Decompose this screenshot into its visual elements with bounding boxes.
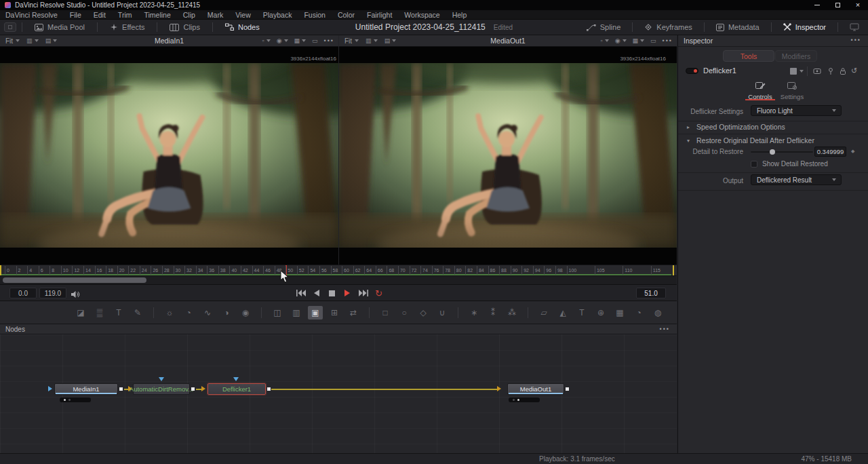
deflicker-settings-dropdown[interactable]: Fluoro Light bbox=[751, 105, 842, 116]
media-in-output-socket[interactable] bbox=[119, 387, 123, 391]
tab-modifiers[interactable]: Modifiers bbox=[775, 50, 817, 62]
timeline-scrollbar[interactable] bbox=[0, 275, 677, 284]
menu-item-mark[interactable]: Mark bbox=[201, 11, 229, 19]
left-viewer-ab-dropdown[interactable]: ▤ bbox=[45, 37, 58, 44]
range-end-marker[interactable] bbox=[673, 265, 674, 276]
deflicker-output-socket[interactable] bbox=[267, 387, 271, 391]
color-curves-tool-icon[interactable]: ∿ bbox=[200, 306, 215, 320]
paint-tool-icon[interactable]: ✎ bbox=[130, 306, 145, 320]
menu-item-fairlight[interactable]: Fairlight bbox=[361, 11, 398, 19]
spline-button[interactable]: Spline bbox=[580, 20, 627, 35]
connection-deflicker-mediaout[interactable] bbox=[271, 389, 498, 390]
left-viewer-roi-button[interactable]: ▭ bbox=[312, 37, 318, 44]
go-to-last-frame-button[interactable] bbox=[357, 287, 370, 299]
right-viewer-roi-button[interactable]: ▭ bbox=[650, 37, 656, 44]
collapsed-arrow-icon[interactable]: ▸ bbox=[687, 124, 690, 130]
hue-curves-tool-icon[interactable]: ◉ bbox=[238, 306, 253, 320]
minimize-button[interactable] bbox=[807, 0, 827, 10]
blur-tool-icon[interactable]: ☼ bbox=[162, 306, 177, 320]
menu-item-help[interactable]: Help bbox=[446, 11, 473, 19]
left-viewer-lut-dropdown[interactable]: ◉ bbox=[277, 37, 288, 44]
menu-item-playback[interactable]: Playback bbox=[257, 11, 298, 19]
menu-item-edit[interactable]: Edit bbox=[87, 11, 112, 19]
background-tool-icon[interactable]: ◪ bbox=[73, 306, 88, 320]
go-to-first-frame-button[interactable] bbox=[294, 287, 307, 299]
right-viewport[interactable]: 3936x2144xfloat16 bbox=[339, 47, 677, 265]
right-view-dot[interactable] bbox=[517, 399, 519, 401]
left-viewer-zoom-dropdown[interactable]: Fit bbox=[5, 37, 20, 45]
node-deflicker[interactable]: Deflicker1 bbox=[208, 383, 266, 395]
expanded-arrow-icon[interactable]: ▾ bbox=[687, 138, 690, 144]
version-swatch[interactable] bbox=[790, 68, 797, 75]
ui-layout-toggle-button[interactable] bbox=[4, 22, 16, 32]
tab-tools[interactable]: Tools bbox=[723, 50, 774, 62]
left-view-dot[interactable] bbox=[64, 399, 66, 401]
play-button[interactable] bbox=[341, 287, 354, 299]
left-view-dot[interactable] bbox=[513, 399, 515, 401]
text-3d-tool-icon[interactable]: T bbox=[574, 306, 589, 320]
menu-item-fusion[interactable]: Fusion bbox=[298, 11, 332, 19]
dirt-removal-mask-input-triangle[interactable] bbox=[159, 377, 164, 381]
detail-to-restore-handle[interactable] bbox=[770, 149, 775, 155]
project-title[interactable]: Untitled Project 2023-04-25_112415 bbox=[355, 22, 486, 32]
matte-control-tool-icon[interactable]: ▣ bbox=[308, 306, 323, 320]
audio-mute-button[interactable] bbox=[71, 289, 80, 301]
right-viewer-zoom-dropdown[interactable]: Fit bbox=[344, 37, 359, 45]
detail-to-restore-value[interactable]: 0.349999 bbox=[814, 147, 846, 157]
color-corrector-tool-icon[interactable]: ◔ bbox=[181, 306, 196, 320]
node-media-out[interactable]: MediaOut1 bbox=[507, 383, 564, 395]
pin-icon[interactable] bbox=[827, 67, 835, 77]
menu-item-trim[interactable]: Trim bbox=[112, 11, 138, 19]
right-viewer-grid-dropdown[interactable]: ▦ bbox=[633, 37, 645, 44]
particle-merge-tool-icon[interactable]: ⁑ bbox=[486, 306, 500, 320]
effects-button[interactable]: Effects bbox=[103, 20, 151, 35]
speed-optimization-section[interactable]: Speed Optimization Options bbox=[696, 123, 785, 131]
nodes-panel-options-menu[interactable]: ••• bbox=[660, 326, 670, 332]
menu-item-davinci-resolve[interactable]: DaVinci Resolve bbox=[5, 11, 64, 19]
keyframes-button[interactable]: Keyframes bbox=[638, 20, 698, 35]
spotlight-3d-tool-icon[interactable]: ◔ bbox=[631, 306, 646, 320]
keyframe-diamond-icon[interactable]: ◆ bbox=[851, 149, 854, 154]
merge-3d-tool-icon[interactable]: ⊕ bbox=[593, 306, 608, 320]
menu-item-view[interactable]: View bbox=[229, 11, 257, 19]
play-reverse-button[interactable] bbox=[310, 287, 323, 299]
node-media-in[interactable]: MediaIn1 bbox=[54, 383, 118, 395]
output-dropdown[interactable]: Deflickered Result bbox=[751, 174, 842, 185]
reset-icon[interactable]: ↺ bbox=[851, 67, 857, 75]
image-plane-3d-tool-icon[interactable]: ▱ bbox=[536, 306, 551, 320]
subtab-controls[interactable]: Controls bbox=[745, 81, 776, 100]
right-view-dot[interactable] bbox=[68, 399, 71, 401]
transform-tool-icon[interactable]: ⇄ bbox=[346, 306, 361, 320]
ellipse-mask-tool-icon[interactable]: ○ bbox=[397, 306, 412, 320]
node-automatic-dirt-removal[interactable]: AutomaticDirtRemov... bbox=[133, 383, 190, 395]
right-viewer-ab-dropdown[interactable]: ▤ bbox=[384, 37, 397, 44]
media-out-view-indicators[interactable] bbox=[509, 398, 540, 402]
channel-booleans-tool-icon[interactable]: ◫ bbox=[270, 306, 285, 320]
left-viewer-options-menu[interactable]: ••• bbox=[324, 37, 334, 44]
particle-emitter-tool-icon[interactable]: ∗ bbox=[467, 306, 481, 320]
shape-3d-tool-icon[interactable]: ◭ bbox=[555, 306, 570, 320]
merge-tool-icon[interactable]: ▥ bbox=[289, 306, 304, 320]
left-viewer-channel-dropdown[interactable]: ▫ bbox=[262, 37, 270, 44]
maximize-button[interactable] bbox=[827, 0, 848, 10]
menu-item-workspace[interactable]: Workspace bbox=[398, 11, 446, 19]
menu-item-clip[interactable]: Clip bbox=[177, 11, 201, 19]
inspector-options-menu[interactable]: ••• bbox=[851, 37, 861, 43]
deflicker-mask-input-triangle[interactable] bbox=[233, 377, 239, 381]
left-viewer-layout-dropdown[interactable]: ▥ bbox=[26, 37, 39, 44]
cache-icon[interactable] bbox=[813, 67, 821, 77]
menu-item-color[interactable]: Color bbox=[332, 11, 361, 19]
fast-noise-tool-icon[interactable]: ▒ bbox=[92, 306, 107, 320]
clips-button[interactable]: Clips bbox=[163, 20, 206, 35]
left-viewport[interactable]: 3936x2144xfloat16 bbox=[0, 47, 338, 265]
left-viewer-grid-dropdown[interactable]: ▦ bbox=[294, 37, 307, 44]
timeline-ruler[interactable]: 0246810121416182022242628303234363840424… bbox=[0, 265, 677, 275]
resize-tool-icon[interactable]: ⊞ bbox=[327, 306, 342, 320]
rectangle-mask-tool-icon[interactable]: □ bbox=[378, 306, 393, 320]
restore-detail-section[interactable]: Restore Original Detail After Deflicker bbox=[696, 136, 814, 144]
detail-to-restore-slider[interactable] bbox=[751, 151, 813, 153]
node-enable-toggle[interactable] bbox=[686, 68, 698, 74]
menu-item-timeline[interactable]: Timeline bbox=[138, 11, 176, 19]
text-plus-tool-icon[interactable]: T bbox=[111, 306, 126, 320]
bspline-mask-tool-icon[interactable]: ∪ bbox=[435, 306, 450, 320]
